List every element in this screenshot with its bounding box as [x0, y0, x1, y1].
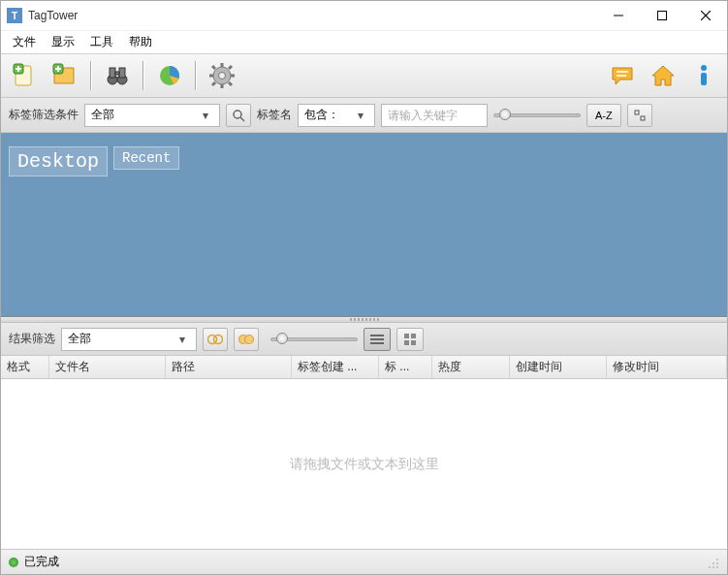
settings-button[interactable]	[205, 58, 239, 93]
gear-icon	[208, 62, 236, 89]
feedback-button[interactable]	[605, 58, 640, 93]
svg-point-31	[234, 111, 241, 118]
menu-help[interactable]: 帮助	[121, 32, 160, 52]
tag-item[interactable]: Desktop	[9, 146, 108, 176]
chevron-down-icon: ▾	[353, 109, 368, 122]
splitter-grip-icon	[350, 318, 379, 321]
svg-point-29	[701, 65, 707, 71]
intersect-icon	[207, 334, 223, 345]
svg-point-18	[219, 73, 226, 80]
svg-point-47	[712, 562, 714, 564]
result-size-slider[interactable]	[270, 328, 358, 351]
th-path[interactable]: 路径	[166, 356, 292, 378]
pie-chart-button[interactable]	[152, 58, 187, 93]
expand-button[interactable]	[627, 104, 652, 127]
grid-view-icon	[404, 334, 416, 345]
close-icon	[701, 11, 711, 20]
status-bar: 已完成	[1, 549, 727, 574]
result-table-header: 格式 文件名 路径 标签创建 ... 标 ... 热度 创建时间 修改时间	[1, 356, 727, 379]
result-filter-bar: 结果筛选 全部 ▾	[1, 323, 727, 356]
th-mtime[interactable]: 修改时间	[607, 356, 727, 378]
sort-az-label: A-Z	[595, 110, 613, 121]
th-filename[interactable]: 文件名	[49, 356, 166, 378]
svg-line-23	[212, 66, 215, 69]
svg-rect-43	[411, 334, 416, 338]
status-dot-icon	[9, 558, 18, 567]
svg-rect-1	[657, 12, 666, 20]
minimize-button[interactable]	[596, 1, 640, 30]
info-icon	[690, 62, 717, 89]
info-button[interactable]	[686, 58, 721, 93]
svg-point-49	[709, 566, 711, 568]
resize-grip-icon[interactable]	[706, 556, 719, 569]
svg-line-26	[212, 82, 215, 85]
th-tag[interactable]: 标 ...	[379, 356, 432, 378]
svg-rect-34	[641, 116, 645, 120]
toolbar-separator-3	[195, 61, 197, 90]
tag-filter-label: 标签筛选条件	[9, 107, 79, 123]
home-button[interactable]	[646, 58, 681, 93]
maximize-button[interactable]	[640, 1, 683, 30]
th-format[interactable]: 格式	[1, 356, 49, 378]
new-file-button[interactable]	[7, 58, 42, 93]
result-filter-value: 全部	[68, 331, 174, 347]
pie-chart-icon	[156, 62, 183, 89]
window-title: TagTower	[28, 9, 78, 22]
th-heat[interactable]: 热度	[432, 356, 510, 378]
svg-rect-45	[411, 340, 416, 345]
union-button[interactable]	[234, 328, 259, 351]
chevron-down-icon: ▾	[198, 109, 213, 122]
intersect-button[interactable]	[203, 328, 228, 351]
slider-thumb[interactable]	[276, 333, 288, 344]
speech-bubble-icon	[609, 62, 636, 89]
menu-file[interactable]: 文件	[5, 32, 44, 52]
minimize-icon	[614, 11, 623, 20]
svg-rect-14	[119, 68, 125, 78]
close-button[interactable]	[683, 1, 727, 30]
toolbar-separator	[90, 61, 92, 90]
svg-point-46	[716, 559, 718, 560]
svg-point-48	[716, 562, 718, 564]
svg-line-25	[229, 66, 232, 69]
tag-name-label: 标签名	[257, 107, 292, 123]
main-toolbar	[1, 53, 727, 98]
keyword-input[interactable]	[381, 104, 488, 127]
chevron-down-icon: ▾	[174, 333, 190, 346]
tag-filter-value: 全部	[91, 107, 198, 123]
sort-az-button[interactable]: A-Z	[586, 104, 621, 127]
result-filter-combo[interactable]: 全部 ▾	[61, 328, 197, 351]
new-folder-button[interactable]	[47, 58, 82, 93]
new-file-icon	[11, 62, 38, 89]
tag-name-mode-combo[interactable]: 包含： ▾	[298, 104, 375, 127]
menu-view[interactable]: 显示	[44, 32, 82, 52]
menu-tools[interactable]: 工具	[82, 32, 121, 52]
tag-filter-bar: 标签筛选条件 全部 ▾ 标签名 包含： ▾ A-Z	[1, 98, 727, 133]
tag-size-slider[interactable]	[493, 104, 581, 127]
menubar: 文件 显示 工具 帮助	[1, 30, 727, 53]
tag-name-mode-value: 包含：	[304, 107, 353, 123]
svg-rect-33	[635, 111, 639, 114]
tag-filter-search-button[interactable]	[226, 104, 251, 127]
tag-filter-combo[interactable]: 全部 ▾	[84, 104, 220, 127]
status-text: 已完成	[24, 554, 59, 570]
svg-point-50	[712, 566, 714, 568]
app-window: T TagTower 文件 显示 工具 帮助	[0, 0, 728, 575]
tag-cloud-area: Desktop Recent	[1, 133, 727, 317]
app-icon: T	[7, 8, 22, 23]
list-view-button[interactable]	[364, 328, 391, 351]
titlebar: T TagTower	[1, 1, 727, 30]
union-icon	[238, 334, 254, 345]
drop-hint: 请拖拽文件或文本到这里	[290, 456, 439, 473]
tag-item[interactable]: Recent	[113, 146, 179, 170]
slider-thumb[interactable]	[499, 109, 511, 120]
svg-line-24	[229, 82, 232, 85]
toolbar-separator-2	[142, 61, 144, 90]
binoculars-button[interactable]	[100, 58, 135, 93]
grid-view-button[interactable]	[396, 328, 424, 351]
expand-icon	[634, 110, 646, 121]
drop-area[interactable]: 请拖拽文件或文本到这里	[1, 379, 727, 549]
th-tag-create[interactable]: 标签创建 ...	[292, 356, 379, 378]
svg-rect-44	[404, 340, 409, 345]
th-ctime[interactable]: 创建时间	[510, 356, 607, 378]
svg-point-51	[716, 566, 718, 568]
